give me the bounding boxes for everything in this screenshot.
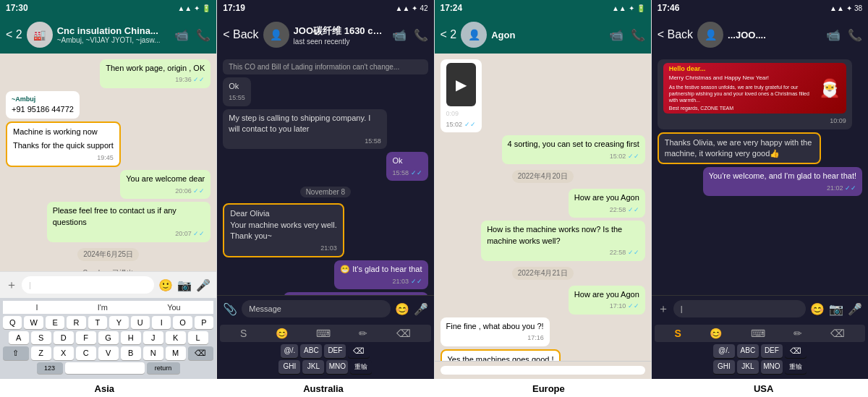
video-icon-australia[interactable]: 📹 <box>392 28 407 42</box>
chat-header-europe: < 2 👤 Agon 📹 📞 <box>435 16 651 54</box>
video-icon-europe[interactable]: 📹 <box>609 28 624 42</box>
message-b7: 😁 It's glad to hear that 21:03 ✓✓ <box>334 260 427 289</box>
back-button-asia[interactable]: < 2 <box>6 28 22 41</box>
chat-body-usa: Hello dear... Merry Christmas and Happy … <box>652 54 868 295</box>
header-sub-australia: last seen recently <box>294 38 388 46</box>
avatar-asia: 🏭 <box>27 22 53 48</box>
kb-row-4-asia: 123 return <box>3 362 213 374</box>
keyboard-asia: I I'm You QWERTYUIOP ASDFGHJKL ⇧ZXCVBNM⌫… <box>0 298 216 379</box>
status-bar-usa: 17:46 ▲▲✦38 <box>652 0 868 16</box>
chat-header-australia: < Back 👤 JOO碳纤维 1630 chj... last seen re… <box>217 16 433 54</box>
message-b3: My step is calling to shipping company. … <box>223 109 387 149</box>
kb-row-3-asia: ⇧ZXCVBNM⌫ <box>3 346 213 360</box>
message-b4: Ok 15:58 ✓✓ <box>386 152 427 181</box>
mic-icon-asia[interactable]: 🎤 <box>196 278 210 292</box>
call-icon-asia[interactable]: 📞 <box>196 28 210 42</box>
kb-settings-icon[interactable]: ⌨ <box>316 328 331 339</box>
message-c9-highlight: Yes the machines goes good ! <box>441 349 561 362</box>
kb-row-1-asia: QWERTYUIOP <box>3 316 213 329</box>
label-row: Asia Australia Europe USA <box>0 379 868 397</box>
emoji-kb-icon[interactable]: 😊 <box>276 328 288 339</box>
camera-icon-usa[interactable]: 📷 <box>829 302 843 316</box>
message-c2: 4 sorting, you can set to creasing first… <box>502 135 645 164</box>
header-name-europe: Agon <box>491 30 605 40</box>
chat-input-asia: ＋ | 🙂 📷 🎤 <box>0 271 216 298</box>
message-c8: Fine fine , what abou you ?! 17:16 <box>441 317 550 346</box>
back-button-australia[interactable]: < Back <box>223 28 258 41</box>
swype-icon: S <box>240 328 247 339</box>
message-a5: Please feel free to contact us if any qu… <box>47 202 211 242</box>
panels-container: 17:30 ▲▲ ✦ 🔋 < 2 🏭 Cnc insulation China.… <box>0 0 868 379</box>
back-button-europe[interactable]: < 2 <box>441 28 457 41</box>
message-input-australia[interactable]: Message <box>242 300 390 317</box>
header-sub-asia: ~Ambuj, ~VIJAY JYOTI, ~jasw... <box>57 36 171 44</box>
status-icons-europe: ▲▲✦🔋 <box>612 4 645 12</box>
time-europe: 17:24 <box>441 3 463 13</box>
label-europe: Europe <box>532 383 565 394</box>
call-icon-australia[interactable]: 📞 <box>414 28 428 42</box>
header-name-australia: JOO碳纤维 1630 chj... <box>294 25 388 38</box>
chat-header-usa: < Back 👤 ...JOO.... 📹 📞 <box>652 16 868 54</box>
emoji-icon-usa[interactable]: 😊 <box>810 302 825 316</box>
kb-row-2-usa: GHI JKL MNO 重输 <box>655 360 865 374</box>
chat-body-europe: ▶ 0:09 15:02 ✓✓ 4 sorting, you can set t… <box>435 54 651 361</box>
chat-body-asia: Then work page, origin , OK 19:36 ✓✓ ~Am… <box>0 54 216 271</box>
status-bar-australia: 17:19 ▲▲✦42 <box>217 0 433 16</box>
message-input-usa[interactable]: | <box>673 300 806 317</box>
status-bar-europe: 17:24 ▲▲✦🔋 <box>435 0 651 16</box>
chat-input-europe <box>435 361 651 379</box>
call-icon-europe[interactable]: 📞 <box>631 28 645 42</box>
back-button-usa[interactable]: < Back <box>658 28 693 41</box>
header-info-europe: Agon <box>491 30 605 40</box>
kb-row-2-australia: GHI JKL MNO 重输 <box>220 360 430 374</box>
panel-asia: 17:30 ▲▲ ✦ 🔋 < 2 🏭 Cnc insulation China.… <box>0 0 217 379</box>
message-c7: How are you Agon 17:10 ✓✓ <box>569 286 645 315</box>
chat-input-australia: 📎 Message 😊 🎤 <box>217 295 433 322</box>
header-icons-asia: 📹 📞 <box>174 28 210 42</box>
message-d3: You're welcome, and I'm glad to hear tha… <box>703 167 862 196</box>
header-info-asia: Cnc insulation China... ~Ambuj, ~VIJAY J… <box>57 25 171 44</box>
status-icons-asia: ▲▲ ✦ 🔋 <box>177 4 210 12</box>
header-icons-usa: 📹 📞 <box>826 28 862 42</box>
attach-icon-australia[interactable]: 📎 <box>223 302 237 316</box>
avatar-europe: 👤 <box>461 22 487 48</box>
camera-icon-asia[interactable]: 📷 <box>177 278 192 292</box>
message-input-asia[interactable]: | <box>22 276 154 294</box>
chat-input-usa: ＋ | 😊 📷 🎤 <box>652 295 868 322</box>
message-b2: Ok 15:55 <box>223 77 251 106</box>
plus-icon-asia[interactable]: ＋ <box>6 278 17 293</box>
message-a2: ~Ambuj +91 95186 44772 <box>6 91 80 119</box>
suggestions-row-asia: I I'm You <box>3 301 213 314</box>
label-australia: Australia <box>303 383 344 394</box>
mic-icon-australia[interactable]: 🎤 <box>414 302 428 316</box>
plus-icon-usa[interactable]: ＋ <box>658 302 669 317</box>
emoji-icon-australia[interactable]: 😊 <box>395 302 409 316</box>
keyboard-australia: S 😊 ⌨ ✏ ⌫ @/. ABC DEF ⌫ GHI JKL MNO 重输 <box>217 322 433 379</box>
message-a3-highlight: Machine is working now Thanks for the qu… <box>6 121 121 167</box>
swype-icon-usa: S <box>674 328 681 339</box>
message-d1-xmas: Hello dear... Merry Christmas and Happy … <box>658 59 852 129</box>
message-a1: Then work page, origin , OK 19:36 ✓✓ <box>100 59 210 88</box>
call-icon-usa[interactable]: 📞 <box>848 28 862 42</box>
label-asia: Asia <box>95 383 114 394</box>
video-icon-asia[interactable]: 📹 <box>174 28 189 42</box>
message-input-europe[interactable] <box>441 366 645 375</box>
emoji-icon-asia[interactable]: 🙂 <box>158 278 173 292</box>
header-name-usa: ...JOO.... <box>728 30 822 40</box>
time-usa: 17:46 <box>658 3 680 13</box>
kb-settings-icon-usa[interactable]: ⌨ <box>751 328 765 339</box>
header-info-australia: JOO碳纤维 1630 chj... last seen recently <box>294 25 388 46</box>
kb-delete-icon[interactable]: ⌫ <box>396 328 411 339</box>
header-info-usa: ...JOO.... <box>728 30 822 40</box>
mic-icon-usa[interactable]: 🎤 <box>848 302 862 316</box>
header-name-asia: Cnc insulation China... <box>57 25 171 36</box>
kb-edit-icon[interactable]: ✏ <box>359 328 367 339</box>
panel-europe: 17:24 ▲▲✦🔋 < 2 👤 Agon 📹 📞 ▶ 0:09 15:02 <box>435 0 652 379</box>
video-icon-usa[interactable]: 📹 <box>826 28 841 42</box>
time-asia: 17:30 <box>6 3 28 13</box>
kb-edit-icon-usa[interactable]: ✏ <box>793 328 802 339</box>
kb-delete-icon-usa[interactable]: ⌫ <box>830 328 845 339</box>
date-divider-c6: 2022年4月21日 <box>512 267 574 280</box>
emoji-kb-icon-usa[interactable]: 😊 <box>710 328 722 339</box>
message-b6-highlight: Dear Olivia Your machine works very well… <box>223 203 344 257</box>
